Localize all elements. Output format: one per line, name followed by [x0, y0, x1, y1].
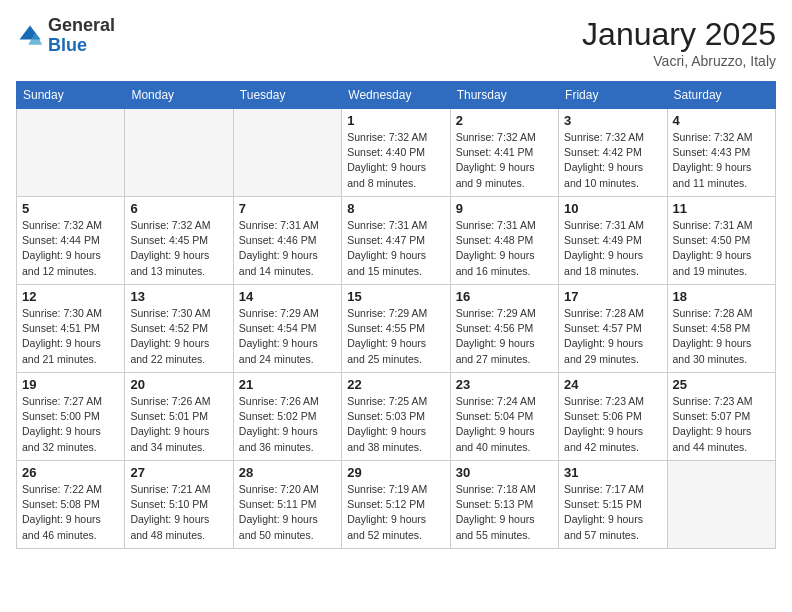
- calendar-day: 11Sunrise: 7:31 AMSunset: 4:50 PMDayligh…: [667, 197, 775, 285]
- calendar-day: 6Sunrise: 7:32 AMSunset: 4:45 PMDaylight…: [125, 197, 233, 285]
- calendar-day: 3Sunrise: 7:32 AMSunset: 4:42 PMDaylight…: [559, 109, 667, 197]
- day-number: 12: [22, 289, 119, 304]
- calendar-day: 13Sunrise: 7:30 AMSunset: 4:52 PMDayligh…: [125, 285, 233, 373]
- day-number: 2: [456, 113, 553, 128]
- day-header-saturday: Saturday: [667, 82, 775, 109]
- day-info: Sunrise: 7:32 AMSunset: 4:40 PMDaylight:…: [347, 130, 444, 191]
- day-info: Sunrise: 7:32 AMSunset: 4:43 PMDaylight:…: [673, 130, 770, 191]
- calendar-header-row: SundayMondayTuesdayWednesdayThursdayFrid…: [17, 82, 776, 109]
- day-number: 4: [673, 113, 770, 128]
- calendar-day: 21Sunrise: 7:26 AMSunset: 5:02 PMDayligh…: [233, 373, 341, 461]
- day-info: Sunrise: 7:17 AMSunset: 5:15 PMDaylight:…: [564, 482, 661, 543]
- day-info: Sunrise: 7:28 AMSunset: 4:57 PMDaylight:…: [564, 306, 661, 367]
- calendar-day: 10Sunrise: 7:31 AMSunset: 4:49 PMDayligh…: [559, 197, 667, 285]
- day-info: Sunrise: 7:31 AMSunset: 4:47 PMDaylight:…: [347, 218, 444, 279]
- logo: General Blue: [16, 16, 115, 56]
- calendar-day: 5Sunrise: 7:32 AMSunset: 4:44 PMDaylight…: [17, 197, 125, 285]
- day-number: 3: [564, 113, 661, 128]
- calendar-week-row: 19Sunrise: 7:27 AMSunset: 5:00 PMDayligh…: [17, 373, 776, 461]
- calendar-day: 16Sunrise: 7:29 AMSunset: 4:56 PMDayligh…: [450, 285, 558, 373]
- day-number: 21: [239, 377, 336, 392]
- calendar-day: 30Sunrise: 7:18 AMSunset: 5:13 PMDayligh…: [450, 461, 558, 549]
- logo-general-text: General: [48, 15, 115, 35]
- day-info: Sunrise: 7:23 AMSunset: 5:06 PMDaylight:…: [564, 394, 661, 455]
- day-info: Sunrise: 7:30 AMSunset: 4:51 PMDaylight:…: [22, 306, 119, 367]
- calendar-table: SundayMondayTuesdayWednesdayThursdayFrid…: [16, 81, 776, 549]
- calendar-week-row: 5Sunrise: 7:32 AMSunset: 4:44 PMDaylight…: [17, 197, 776, 285]
- day-number: 29: [347, 465, 444, 480]
- day-number: 18: [673, 289, 770, 304]
- calendar-day: 20Sunrise: 7:26 AMSunset: 5:01 PMDayligh…: [125, 373, 233, 461]
- day-number: 28: [239, 465, 336, 480]
- day-number: 13: [130, 289, 227, 304]
- calendar-empty: [125, 109, 233, 197]
- day-info: Sunrise: 7:31 AMSunset: 4:46 PMDaylight:…: [239, 218, 336, 279]
- calendar-day: 14Sunrise: 7:29 AMSunset: 4:54 PMDayligh…: [233, 285, 341, 373]
- day-info: Sunrise: 7:23 AMSunset: 5:07 PMDaylight:…: [673, 394, 770, 455]
- day-number: 25: [673, 377, 770, 392]
- calendar-empty: [667, 461, 775, 549]
- day-info: Sunrise: 7:29 AMSunset: 4:56 PMDaylight:…: [456, 306, 553, 367]
- day-header-friday: Friday: [559, 82, 667, 109]
- calendar-week-row: 26Sunrise: 7:22 AMSunset: 5:08 PMDayligh…: [17, 461, 776, 549]
- day-number: 5: [22, 201, 119, 216]
- calendar-day: 28Sunrise: 7:20 AMSunset: 5:11 PMDayligh…: [233, 461, 341, 549]
- calendar-day: 27Sunrise: 7:21 AMSunset: 5:10 PMDayligh…: [125, 461, 233, 549]
- day-number: 30: [456, 465, 553, 480]
- calendar-day: 9Sunrise: 7:31 AMSunset: 4:48 PMDaylight…: [450, 197, 558, 285]
- day-number: 20: [130, 377, 227, 392]
- calendar-day: 29Sunrise: 7:19 AMSunset: 5:12 PMDayligh…: [342, 461, 450, 549]
- day-info: Sunrise: 7:32 AMSunset: 4:42 PMDaylight:…: [564, 130, 661, 191]
- day-header-tuesday: Tuesday: [233, 82, 341, 109]
- calendar-day: 4Sunrise: 7:32 AMSunset: 4:43 PMDaylight…: [667, 109, 775, 197]
- calendar-day: 22Sunrise: 7:25 AMSunset: 5:03 PMDayligh…: [342, 373, 450, 461]
- day-info: Sunrise: 7:32 AMSunset: 4:41 PMDaylight:…: [456, 130, 553, 191]
- day-number: 15: [347, 289, 444, 304]
- day-number: 1: [347, 113, 444, 128]
- calendar-day: 31Sunrise: 7:17 AMSunset: 5:15 PMDayligh…: [559, 461, 667, 549]
- day-info: Sunrise: 7:20 AMSunset: 5:11 PMDaylight:…: [239, 482, 336, 543]
- calendar-day: 19Sunrise: 7:27 AMSunset: 5:00 PMDayligh…: [17, 373, 125, 461]
- day-info: Sunrise: 7:29 AMSunset: 4:55 PMDaylight:…: [347, 306, 444, 367]
- day-number: 16: [456, 289, 553, 304]
- day-number: 23: [456, 377, 553, 392]
- day-header-thursday: Thursday: [450, 82, 558, 109]
- page-header: General Blue January 2025 Vacri, Abruzzo…: [16, 16, 776, 69]
- calendar-week-row: 1Sunrise: 7:32 AMSunset: 4:40 PMDaylight…: [17, 109, 776, 197]
- day-header-sunday: Sunday: [17, 82, 125, 109]
- calendar-day: 2Sunrise: 7:32 AMSunset: 4:41 PMDaylight…: [450, 109, 558, 197]
- calendar-empty: [233, 109, 341, 197]
- calendar-day: 26Sunrise: 7:22 AMSunset: 5:08 PMDayligh…: [17, 461, 125, 549]
- calendar-day: 12Sunrise: 7:30 AMSunset: 4:51 PMDayligh…: [17, 285, 125, 373]
- calendar-day: 8Sunrise: 7:31 AMSunset: 4:47 PMDaylight…: [342, 197, 450, 285]
- title-block: January 2025 Vacri, Abruzzo, Italy: [582, 16, 776, 69]
- calendar-day: 17Sunrise: 7:28 AMSunset: 4:57 PMDayligh…: [559, 285, 667, 373]
- day-number: 8: [347, 201, 444, 216]
- day-header-monday: Monday: [125, 82, 233, 109]
- day-info: Sunrise: 7:22 AMSunset: 5:08 PMDaylight:…: [22, 482, 119, 543]
- day-number: 24: [564, 377, 661, 392]
- day-number: 9: [456, 201, 553, 216]
- day-info: Sunrise: 7:26 AMSunset: 5:02 PMDaylight:…: [239, 394, 336, 455]
- day-info: Sunrise: 7:31 AMSunset: 4:50 PMDaylight:…: [673, 218, 770, 279]
- day-number: 26: [22, 465, 119, 480]
- day-info: Sunrise: 7:32 AMSunset: 4:44 PMDaylight:…: [22, 218, 119, 279]
- day-number: 19: [22, 377, 119, 392]
- day-number: 17: [564, 289, 661, 304]
- day-info: Sunrise: 7:21 AMSunset: 5:10 PMDaylight:…: [130, 482, 227, 543]
- day-number: 7: [239, 201, 336, 216]
- calendar-day: 15Sunrise: 7:29 AMSunset: 4:55 PMDayligh…: [342, 285, 450, 373]
- month-title: January 2025: [582, 16, 776, 53]
- day-info: Sunrise: 7:19 AMSunset: 5:12 PMDaylight:…: [347, 482, 444, 543]
- day-number: 10: [564, 201, 661, 216]
- day-number: 31: [564, 465, 661, 480]
- day-number: 11: [673, 201, 770, 216]
- day-number: 27: [130, 465, 227, 480]
- day-number: 14: [239, 289, 336, 304]
- calendar-empty: [17, 109, 125, 197]
- calendar-day: 18Sunrise: 7:28 AMSunset: 4:58 PMDayligh…: [667, 285, 775, 373]
- location: Vacri, Abruzzo, Italy: [582, 53, 776, 69]
- day-info: Sunrise: 7:24 AMSunset: 5:04 PMDaylight:…: [456, 394, 553, 455]
- day-info: Sunrise: 7:31 AMSunset: 4:48 PMDaylight:…: [456, 218, 553, 279]
- day-info: Sunrise: 7:30 AMSunset: 4:52 PMDaylight:…: [130, 306, 227, 367]
